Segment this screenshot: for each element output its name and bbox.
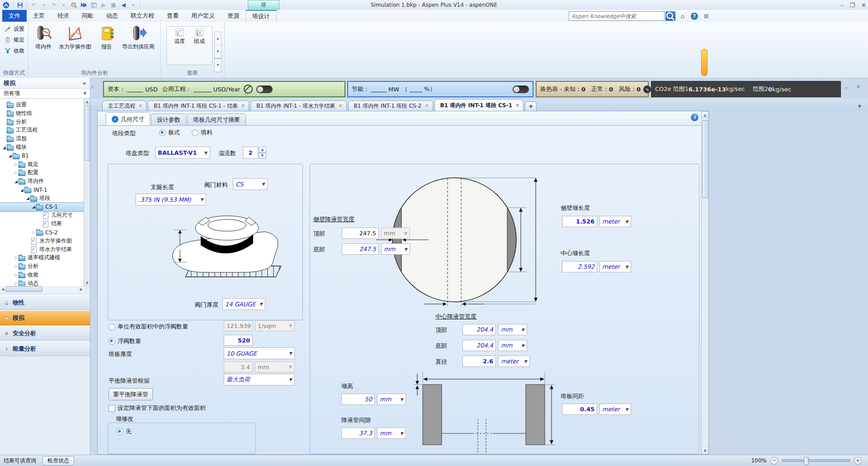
tray-spacing-value[interactable]: 0.45: [562, 404, 597, 415]
tree-item-规定[interactable]: ▷➤规定: [0, 160, 90, 169]
ribbon-button-导出到供应商[interactable]: 导出到供应商: [119, 24, 158, 52]
tree-expander-icon[interactable]: ◢: [31, 204, 36, 209]
tray-section-type-packed-radio[interactable]: 填料: [192, 128, 212, 137]
save-icon[interactable]: [16, 1, 24, 9]
next-input-icon[interactable]: N: [80, 1, 88, 9]
document-tab[interactable]: 主工艺流程×: [102, 100, 146, 111]
search-input[interactable]: [569, 11, 665, 21]
tray-spacing-unit[interactable]: meter▼: [599, 404, 631, 415]
tree-item-CS-1[interactable]: ◢✓CS-1: [0, 203, 90, 211]
ribbon-tab-文件[interactable]: 文件: [2, 10, 27, 22]
center-dc-bottom-unit[interactable]: mm▼: [498, 340, 527, 351]
tree-horizontal-scrollbar[interactable]: ◀ ▶: [0, 286, 84, 292]
zoom-in-icon[interactable]: +: [854, 457, 862, 465]
exchangers-status-panel[interactable]: 换热器 - 未知：0 正常：0 风险：0∿▾: [536, 81, 649, 97]
env-button-安全分析[interactable]: 安全分析: [0, 326, 90, 341]
scroll-right-icon[interactable]: ▶: [79, 287, 84, 291]
ribbon-button-温度[interactable]: 温度: [170, 28, 189, 64]
close-tab-icon[interactable]: ×: [515, 100, 519, 110]
dc-clearance-value[interactable]: 37.3: [341, 428, 375, 439]
home-icon[interactable]: ⌂: [678, 12, 687, 21]
tree-vertical-scrollbar[interactable]: ▲ ▼: [84, 99, 90, 286]
diameter-value[interactable]: 2.6: [462, 356, 496, 367]
energy-savings-panel[interactable]: 节能：MW（%）: [347, 81, 533, 97]
tree-item-流股[interactable]: ➤流股: [0, 134, 86, 143]
aspen-logo-icon[interactable]: [2, 1, 10, 9]
tree-item-塔段[interactable]: ◢✓塔段: [0, 194, 90, 203]
env-button-物性[interactable]: 物性: [0, 295, 90, 310]
tree-item-速率模式建模[interactable]: ▷➤速率模式建模: [0, 253, 90, 262]
chevron-down-icon[interactable]: ⌄: [844, 83, 849, 90]
valves-per-area-radio[interactable]: 单位有效面积中的浮阀数量: [108, 323, 188, 331]
close-tab-icon[interactable]: ×: [425, 101, 429, 111]
help-icon[interactable]: ?: [690, 12, 699, 21]
zoom-out-icon[interactable]: −: [770, 457, 778, 465]
ribbon-tab-资源[interactable]: 资源: [221, 10, 245, 22]
tree-filter-combo[interactable]: 所有项 ▼: [0, 89, 90, 99]
ribbon-button-报告[interactable]: 报告: [94, 24, 119, 52]
collapse-pane-icon[interactable]: «: [83, 80, 86, 86]
side-weir-length-value[interactable]: 1.526: [562, 216, 597, 227]
ribbon-tab-联立方程[interactable]: 联立方程: [124, 10, 160, 22]
side-dc-bottom-value[interactable]: 247.5: [342, 243, 379, 255]
scroll-left-icon[interactable]: ◀: [0, 287, 5, 291]
deck-thickness-combo[interactable]: 10 GUAGE▼: [224, 347, 295, 359]
center-dc-top-value[interactable]: 204.4: [462, 324, 496, 335]
tree-expander-icon[interactable]: ▷: [14, 281, 19, 285]
tray-type-combo[interactable]: BALLAST-V1▼: [155, 147, 210, 159]
tree-expander-icon[interactable]: ◢: [25, 196, 30, 200]
ribbon-tab-动态[interactable]: 动态: [100, 10, 124, 22]
scroll-up-icon[interactable]: ▲: [84, 99, 90, 105]
tree-item-分析[interactable]: ▷➤分析: [0, 262, 90, 271]
weir-height-unit[interactable]: mm▼: [377, 394, 406, 405]
ribbon-tab-用户定义[interactable]: 用户定义: [185, 10, 221, 22]
ribbon-tab-塔设计[interactable]: 塔设计: [245, 10, 277, 23]
side-dc-top-value[interactable]: 247.5: [342, 228, 379, 239]
ribbon-tab-经济[interactable]: 经济: [51, 10, 75, 22]
ribbon-button-规定[interactable]: 规定: [3, 34, 25, 45]
tree-expander-icon[interactable]: ◢: [8, 153, 13, 158]
dropdown-icon[interactable]: ▾: [129, 1, 137, 9]
tree-item-分析[interactable]: 分析: [0, 118, 86, 126]
tree-item-结果[interactable]: ✓结果: [0, 219, 90, 228]
ribbon-button-水力学操作图[interactable]: 水力学操作图: [56, 24, 94, 52]
scroll-up-icon[interactable]: ▲: [702, 111, 708, 119]
gallery-up-icon[interactable]: ▲: [215, 32, 221, 45]
scroll-down-icon[interactable]: ▼: [84, 280, 90, 286]
ribbon-tab-主页[interactable]: 主页: [27, 10, 51, 22]
form-tab-塔板几何尺寸摘要[interactable]: 塔板几何尺寸摘要: [187, 114, 246, 125]
maximize-button[interactable]: ❐: [849, 2, 855, 9]
tree-vscroll-thumb[interactable]: [85, 105, 90, 161]
tree-expander-icon[interactable]: ◢: [19, 188, 24, 192]
env-button-模拟[interactable]: 模拟: [0, 310, 90, 325]
valve-count-value[interactable]: 520: [224, 335, 253, 346]
document-tab[interactable]: B1 塔内件 INT-1 塔段 CS-1 - 结果×: [148, 100, 249, 111]
weir-modification-none-radio[interactable]: 无: [117, 428, 132, 436]
close-button[interactable]: ✕: [861, 2, 866, 9]
ribbon-tab-间歇[interactable]: 间歇: [75, 10, 100, 22]
scroll-down-icon[interactable]: ▼: [702, 447, 708, 454]
center-dc-bottom-value[interactable]: 204.4: [462, 340, 496, 351]
spinner-up-icon[interactable]: ▲: [259, 147, 266, 153]
reset-icon[interactable]: ◀: [119, 1, 127, 9]
center-weir-length-unit[interactable]: meter▼: [599, 261, 631, 272]
side-dc-top-unit[interactable]: mm▼: [381, 228, 410, 239]
tree-item-塔水力学结果[interactable]: ✓塔水力学结果: [0, 245, 90, 254]
capital-cost-panel[interactable]: 资本：USD公用工程：USD/Year: [103, 81, 345, 97]
form-tab-设计参数[interactable]: 设计参数: [151, 114, 186, 125]
gallery-down-icon[interactable]: ▼: [215, 45, 221, 58]
tab-overflow-icon[interactable]: ▼: [858, 104, 861, 109]
run-icon[interactable]: ▶: [99, 1, 108, 9]
new-tab-button[interactable]: +: [525, 101, 537, 111]
valve-count-radio[interactable]: 浮阀数量: [108, 337, 141, 345]
form-scrollbar[interactable]: ▲ ▼: [701, 111, 708, 454]
ribbon-button-组成[interactable]: 组成: [189, 28, 209, 64]
center-dc-top-unit[interactable]: mm▼: [498, 324, 527, 335]
ribbon-button-收敛[interactable]: 收敛: [3, 45, 25, 56]
document-tab[interactable]: B1 塔内件 INT-1 塔段 CS-2×: [348, 100, 433, 111]
ribbon-button-塔内件[interactable]: 塔内件: [31, 24, 56, 52]
tree-item-塔内件[interactable]: ◢✓塔内件: [0, 177, 90, 185]
rebalance-downcomer-button[interactable]: 重平衡降液管: [108, 388, 153, 400]
tree-item-INT-1[interactable]: ◢✓INT-1: [0, 185, 90, 194]
undo-icon[interactable]: ↶: [30, 1, 38, 9]
